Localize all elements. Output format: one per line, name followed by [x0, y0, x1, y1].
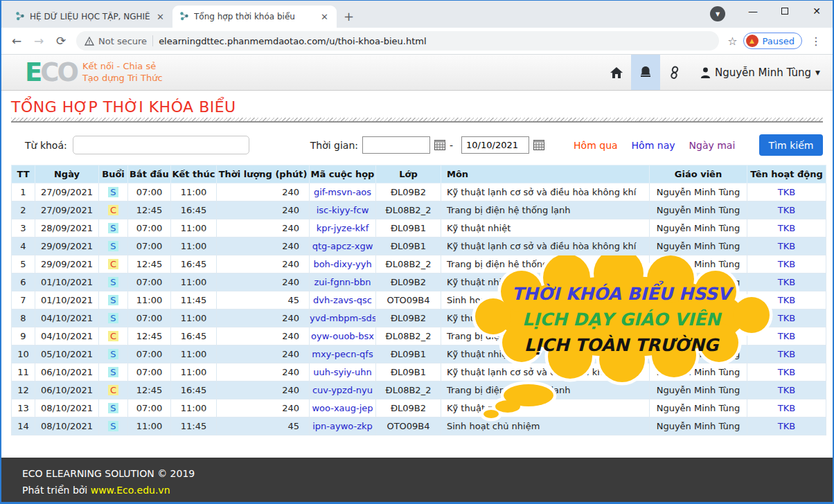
cell-teacher: Nguyễn Minh Tùng [650, 363, 747, 381]
tkb-link[interactable]: TKB [778, 241, 795, 251]
user-menu[interactable]: Nguyễn Minh Tùng ▼ [700, 66, 820, 79]
tkb-link[interactable]: TKB [778, 259, 795, 269]
date-to-input[interactable] [461, 136, 529, 154]
cell-end: 11:00 [171, 345, 217, 363]
new-tab-button[interactable]: + [344, 9, 354, 24]
tab-title: HỆ DỮ LIỆU HỌC TẬP, NGHIÊN C [30, 12, 150, 21]
table-row: 1106/10/2021S07:0011:00240uuh-syiy-uhnĐL… [12, 363, 826, 381]
meeting-code-link[interactable]: uuh-syiy-uhn [313, 367, 371, 377]
session-badge: C [108, 259, 118, 269]
cell-teacher: Nguyễn Minh Tùng [650, 219, 747, 237]
session-badge: C [108, 385, 118, 395]
cell-duration: 240 [217, 363, 310, 381]
tkb-link[interactable]: TKB [778, 421, 795, 431]
meeting-code-link[interactable]: dvh-zavs-qsc [313, 295, 372, 305]
cell-subject: Sinh hoạt chủ nhiệm [441, 291, 650, 309]
back-button[interactable]: ← [7, 31, 26, 51]
cell-tt: 14 [12, 417, 35, 435]
meeting-code-link[interactable]: cuv-ypzd-nyu [312, 385, 373, 395]
calendar-to-button[interactable] [533, 140, 544, 150]
calendar-from-button[interactable] [434, 140, 445, 150]
cell-duration: 240 [217, 345, 310, 363]
tkb-link[interactable]: TKB [778, 223, 795, 233]
cell-start: 12:45 [128, 201, 171, 219]
meeting-code-link[interactable]: kpr-jyze-kkf [317, 223, 369, 233]
keyword-input[interactable] [73, 136, 249, 154]
cell-session: S [99, 309, 128, 327]
cell-end: 16:45 [171, 255, 217, 273]
cell-teacher: Nguyễn Minh Tùng [650, 327, 747, 345]
session-badge: S [108, 241, 118, 251]
tkb-link[interactable]: TKB [778, 313, 795, 323]
meeting-code-link[interactable]: qtg-apcz-xgw [312, 241, 373, 251]
share-link-button[interactable] [660, 55, 689, 90]
cell-tt: 4 [12, 237, 35, 255]
forward-button[interactable]: → [29, 31, 48, 51]
tab-close-icon[interactable]: ✕ [155, 12, 166, 22]
session-badge: S [108, 277, 118, 287]
time-label: Thời gian: [310, 140, 358, 151]
cell-teacher: Nguyễn Minh Tùng [650, 273, 747, 291]
address-bar[interactable]: Not secure elearningdttec.phanmemdaotao.… [76, 31, 719, 51]
cell-date: 27/09/2021 [35, 183, 99, 201]
meeting-code-link[interactable]: oyw-ouob-bsx [311, 331, 374, 341]
cell-class: ĐL08B2_2 [376, 201, 441, 219]
tkb-link[interactable]: TKB [778, 205, 795, 215]
tkb-link[interactable]: TKB [778, 403, 795, 413]
cell-end: 11:45 [171, 417, 217, 435]
minimize-button[interactable]: — [737, 1, 769, 21]
meeting-code-link[interactable]: ipn-aywo-zkp [312, 421, 373, 431]
tkb-link[interactable]: TKB [778, 349, 795, 359]
cell-start: 07:00 [128, 309, 171, 327]
close-button[interactable]: ✕ [801, 1, 833, 21]
column-header: Thời lượng (phút) [217, 165, 310, 183]
reload-button[interactable]: ⟳ [51, 31, 71, 51]
cell-session: S [99, 219, 128, 237]
footer-link[interactable]: www.Eco.edu.vn [91, 485, 170, 496]
meeting-code-link[interactable]: gif-msvn-aos [314, 187, 371, 197]
tkb-link[interactable]: TKB [778, 295, 795, 305]
cell-session: S [99, 237, 128, 255]
cell-duration: 240 [217, 309, 310, 327]
link-today[interactable]: Hôm nay [632, 140, 675, 151]
cell-session: C [99, 327, 128, 345]
meeting-code-link[interactable]: mxy-pecn-qfs [312, 349, 373, 359]
home-button[interactable] [602, 55, 631, 90]
meeting-code-link[interactable]: woo-xaug-jep [312, 403, 373, 413]
date-from-input[interactable] [362, 136, 430, 154]
tkb-link[interactable]: TKB [778, 277, 795, 287]
cell-class: ĐL09B1 [376, 345, 441, 363]
cell-class: ĐL08B2_2 [376, 255, 441, 273]
meeting-code-link[interactable]: boh-dixy-yyh [313, 259, 371, 269]
meeting-code-link[interactable]: yvd-mbpm-sds [310, 313, 376, 323]
site-footer: ECO ELEARNING SOLUTION © 2019 Phát triển… [1, 458, 833, 502]
sync-paused-badge[interactable]: ▲ Paused [743, 33, 802, 49]
tkb-link[interactable]: TKB [778, 385, 795, 395]
cell-duration: 240 [217, 327, 310, 345]
link-tomorrow[interactable]: Ngày mai [689, 140, 736, 151]
cell-session: S [99, 399, 128, 417]
tkb-link[interactable]: TKB [778, 367, 795, 377]
maximize-button[interactable] [769, 1, 801, 21]
search-button[interactable]: Tìm kiếm [759, 134, 823, 156]
tkb-link[interactable]: TKB [778, 187, 795, 197]
tab-close-icon[interactable]: ✕ [319, 12, 330, 22]
tab-thoi-khoa-bieu[interactable]: Tổng hợp thời khóa biểu ✕ [172, 6, 337, 28]
meeting-code-link[interactable]: zui-fgnn-bbn [314, 277, 371, 287]
cell-start: 07:00 [128, 399, 171, 417]
footer-credit: Phát triển bởi www.Eco.edu.vn [22, 483, 812, 498]
eco-logo[interactable]: ECO Kết nối - Chia sẻ Tạo dựng Tri Thức [25, 60, 163, 85]
media-controls-icon[interactable]: ▼ [710, 6, 725, 21]
security-chip[interactable]: Not secure [85, 36, 147, 46]
home-icon [610, 66, 623, 79]
notifications-button[interactable] [631, 55, 660, 90]
browser-menu-icon[interactable]: ⋮ [805, 35, 827, 48]
link-yesterday[interactable]: Hôm qua [574, 140, 618, 151]
cell-tt: 7 [12, 291, 35, 309]
meeting-code-link[interactable]: isc-kiyy-fcw [317, 205, 369, 215]
bookmark-star-icon[interactable]: ☆ [727, 35, 737, 48]
cell-duration: 240 [217, 183, 310, 201]
tkb-link[interactable]: TKB [778, 331, 795, 341]
tab-he-du-lieu[interactable]: HỆ DỮ LIỆU HỌC TẬP, NGHIÊN C ✕ [8, 6, 172, 28]
cell-subject: Trang bị điện hệ thống lạnh [441, 327, 650, 345]
